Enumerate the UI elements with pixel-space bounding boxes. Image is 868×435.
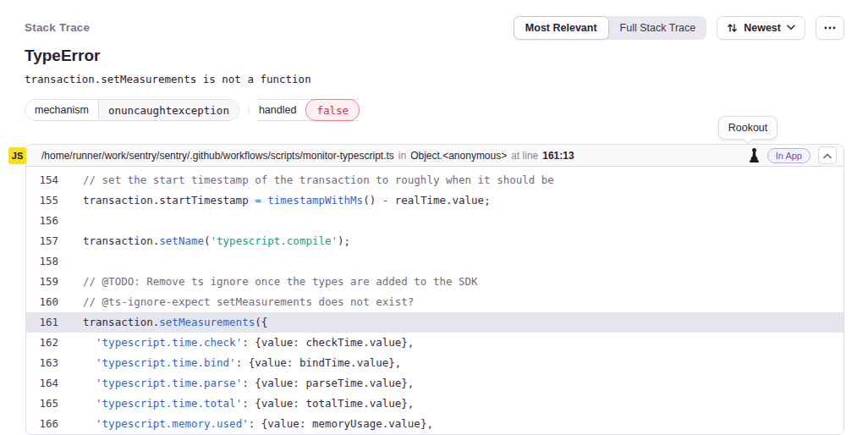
- code-line-162: 162 'typescript.time.check': {value: che…: [26, 333, 843, 353]
- frame-at-line-label: at line: [511, 150, 538, 162]
- code-text: // set the start timestamp of the transa…: [60, 170, 554, 190]
- ellipsis-icon: [824, 26, 836, 30]
- line-number: 156: [26, 211, 60, 231]
- toggle-most-relevant[interactable]: Most Relevant: [514, 16, 609, 40]
- code-line-156: 156: [26, 211, 843, 231]
- view-toggle-group: Most Relevant Full Stack Trace: [514, 16, 706, 40]
- sort-newest-label: Newest: [744, 22, 781, 34]
- code-text: [60, 211, 83, 231]
- code-line-159: 159// @TODO: Remove ts ignore once the t…: [26, 272, 843, 292]
- header-controls: Most Relevant Full Stack Trace Newest: [514, 16, 844, 40]
- tag-mechanism[interactable]: mechanism onuncaughtexception: [25, 99, 239, 121]
- code-line-158: 158: [26, 251, 843, 272]
- line-number: 161: [26, 312, 60, 333]
- chevron-up-icon: [823, 150, 832, 162]
- line-number: 165: [26, 394, 60, 414]
- section-title: Stack Trace: [25, 21, 90, 34]
- tag-handled[interactable]: handled false: [249, 99, 359, 121]
- tooltip-caret: [743, 134, 754, 145]
- frame-header[interactable]: JS /home/runner/work/sentry/sentry/.gith…: [26, 145, 843, 167]
- more-options-button[interactable]: [816, 16, 844, 40]
- code-line-160: 160// @ts-ignore-expect setMeasurements …: [26, 292, 843, 312]
- line-number: 157: [26, 231, 60, 251]
- code-text: transaction.startTimestamp = timestampWi…: [60, 190, 491, 211]
- code-line-161: 161transaction.setMeasurements({: [26, 312, 843, 333]
- line-number: 155: [26, 190, 60, 211]
- frame-function: Object.<anonymous>: [410, 150, 507, 162]
- error-type-title: TypeError: [25, 47, 100, 65]
- stack-frame: JS /home/runner/work/sentry/sentry/.gith…: [25, 144, 844, 435]
- code-text: 'typescript.memory.used': {value: memory…: [60, 414, 433, 434]
- line-number: 154: [26, 170, 60, 190]
- line-number: 159: [26, 272, 60, 292]
- stack-trace-header: Stack Trace Most Relevant Full Stack Tra…: [25, 15, 844, 40]
- stack-trace-page: Stack Trace Most Relevant Full Stack Tra…: [0, 0, 868, 435]
- code-line-163: 163 'typescript.time.bind': {value: bind…: [26, 353, 843, 373]
- line-number: 162: [26, 333, 60, 353]
- line-number: 163: [26, 353, 60, 373]
- tag-handled-value: false: [305, 99, 360, 121]
- sort-arrows-icon: [727, 23, 738, 33]
- code-line-166: 166 'typescript.memory.used': {value: me…: [26, 414, 843, 434]
- tag-mechanism-value: onuncaughtexception: [99, 100, 239, 120]
- frame-in-label: in: [398, 150, 406, 162]
- in-app-badge: In App: [767, 148, 810, 163]
- code-text: [60, 251, 83, 272]
- line-number: 160: [26, 292, 60, 312]
- rookout-tooltip: Rookout: [718, 116, 777, 140]
- code-line-165: 165 'typescript.time.total': {value: tot…: [26, 394, 843, 414]
- tags-row: mechanism onuncaughtexception handled fa…: [25, 99, 359, 121]
- collapse-frame-button[interactable]: [818, 146, 837, 164]
- frame-line-col: 161:13: [542, 150, 574, 162]
- line-number: 166: [26, 414, 60, 434]
- javascript-platform-icon: JS: [8, 147, 26, 164]
- code-text: 'typescript.time.check': {value: checkTi…: [60, 333, 414, 353]
- code-text: // @ts-ignore-expect setMeasurements doe…: [60, 292, 414, 312]
- rookout-tooltip-label: Rookout: [728, 122, 768, 134]
- code-line-157: 157transaction.setName('typescript.compi…: [26, 231, 843, 251]
- code-text: // @TODO: Remove ts ignore once the type…: [60, 272, 478, 292]
- frame-title: /home/runner/work/sentry/sentry/.github/…: [41, 150, 574, 162]
- tag-mechanism-key: mechanism: [25, 100, 99, 120]
- code-text: 'typescript.time.bind': {value: bindTime…: [60, 353, 401, 373]
- line-number: 158: [26, 251, 60, 272]
- code-text: 'typescript.time.total': {value: totalTi…: [60, 394, 414, 414]
- code-text: transaction.setMeasurements({: [60, 312, 267, 333]
- toggle-full-stack-trace[interactable]: Full Stack Trace: [609, 16, 707, 40]
- frame-actions: In App: [749, 146, 837, 164]
- error-message: transaction.setMeasurements is not a fun…: [25, 73, 311, 85]
- frame-filepath: /home/runner/work/sentry/sentry/.github/…: [41, 150, 394, 162]
- rookout-icon[interactable]: [749, 148, 760, 162]
- code-line-164: 164 'typescript.time.parse': {value: par…: [26, 373, 843, 394]
- code-text: 'typescript.time.parse': {value: parseTi…: [60, 373, 414, 394]
- code-lines: 154// set the start timestamp of the tra…: [26, 167, 843, 434]
- sort-newest-button[interactable]: Newest: [717, 16, 805, 40]
- code-text: transaction.setName('typescript.compile'…: [60, 231, 350, 251]
- code-line-155: 155transaction.startTimestamp = timestam…: [26, 190, 843, 211]
- code-line-154: 154// set the start timestamp of the tra…: [26, 170, 843, 190]
- chevron-down-icon: [787, 25, 795, 30]
- line-number: 164: [26, 373, 60, 394]
- tag-handled-key: handled: [250, 100, 306, 120]
